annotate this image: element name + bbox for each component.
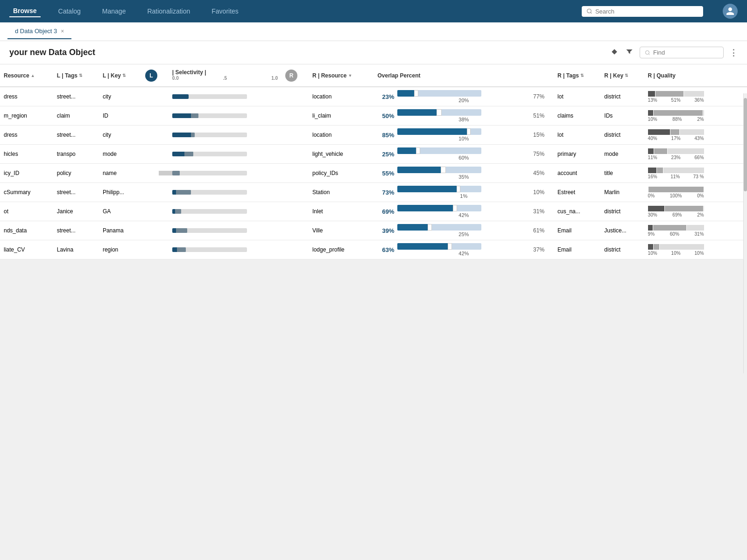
cell-l-tags: claim: [53, 106, 99, 126]
find-box[interactable]: [640, 47, 724, 58]
quality-seg-mid: [653, 225, 686, 231]
overlap-percent: 73%: [378, 189, 395, 196]
cell-l-btn: [141, 202, 169, 221]
cell-l-tags: transpo: [53, 145, 99, 164]
cell-r-btn: [282, 106, 309, 126]
quality-seg-dark: [648, 168, 657, 173]
l-circle-button[interactable]: L: [145, 70, 157, 82]
nav-search-box[interactable]: [582, 6, 703, 17]
col-l-resource[interactable]: Resource ▲: [0, 64, 53, 87]
quality-seg-light: [703, 110, 704, 116]
table-row: cSummarystreet...Philipp... Station 73% …: [0, 183, 747, 202]
col-l-tags[interactable]: L | Tags ⇅: [53, 64, 99, 87]
avatar[interactable]: [723, 4, 738, 19]
cell-r-tags: lot: [554, 126, 600, 145]
cell-r-btn: [282, 240, 309, 259]
cell-r-tags: primary: [554, 145, 600, 164]
cell-selectivity: [169, 221, 282, 240]
sort-icon[interactable]: [610, 47, 619, 58]
quality-seg-mid: [654, 110, 702, 116]
tab-data-object[interactable]: d Data Object 3 ×: [7, 24, 71, 39]
nav-rationalization[interactable]: Rationalization: [143, 6, 194, 17]
table-row: otJaniceGA Inlet 69% 42% 31% cus_na...di…: [0, 202, 747, 221]
col-r-key[interactable]: R | Key ⇅: [600, 64, 644, 87]
cell-overlap: 69% 42% 31%: [374, 202, 554, 221]
overlap-sub-value: 35%: [397, 174, 531, 180]
cell-r-key: IDs: [600, 106, 644, 126]
cell-r-resource: Ville: [309, 221, 374, 240]
search-input[interactable]: [595, 8, 698, 15]
cell-r-resource: Inlet: [309, 202, 374, 221]
quality-bar: [648, 244, 704, 250]
cell-l-resource: ot: [0, 202, 53, 221]
quality-seg-mid: [655, 91, 684, 97]
cell-l-tags: policy: [53, 164, 99, 183]
cell-r-quality: 9% 60% 31%: [644, 221, 747, 240]
page-header: your new Data Object ⋮: [0, 41, 747, 64]
filter-icon[interactable]: [625, 47, 634, 58]
cell-l-key: city: [99, 126, 141, 145]
nav-favorites[interactable]: Favorites: [208, 6, 242, 17]
col-r-tags[interactable]: R | Tags ⇅: [554, 64, 600, 87]
cell-l-key: region: [99, 240, 141, 259]
cell-r-quality: 40% 17% 43%: [644, 126, 747, 145]
quality-label-dark: 30%: [648, 212, 657, 217]
overlap-bar: 20%: [397, 90, 531, 103]
quality-label-mid: 88%: [672, 117, 682, 122]
table-row: hiclestranspomode light_vehicle 25% 60% …: [0, 145, 747, 164]
cell-l-resource: cSummary: [0, 183, 53, 202]
find-input[interactable]: [653, 49, 719, 56]
quality-label-mid: 10%: [671, 251, 681, 256]
overlap-right-percent: 75%: [533, 151, 550, 157]
quality-bar: [648, 168, 704, 173]
svg-point-0: [587, 9, 592, 13]
col-l-key[interactable]: L | Key ⇅: [99, 64, 141, 87]
nav-catalog[interactable]: Catalog: [55, 6, 85, 17]
cell-selectivity: [169, 183, 282, 202]
r-circle-button[interactable]: R: [285, 70, 297, 82]
overlap-sub-value: 60%: [397, 155, 531, 161]
quality-label-mid: 60%: [670, 231, 679, 237]
quality-seg-light: [704, 206, 704, 211]
table-row: dressstreet...city location 23% 20% 77% …: [0, 87, 747, 106]
overlap-right-percent: 31%: [533, 208, 550, 215]
scrollbar-track[interactable]: [743, 93, 747, 259]
overlap-bar: 38%: [397, 109, 531, 122]
quality-seg-light: [684, 91, 704, 97]
cell-selectivity: [169, 145, 282, 164]
cell-r-tags: cus_na...: [554, 202, 600, 221]
cell-r-key: district: [600, 202, 644, 221]
sort-arrow-r-resource: ▼: [348, 73, 352, 78]
col-r-resource[interactable]: R | Resource ▼: [309, 64, 374, 87]
header-actions: ⋮: [610, 47, 738, 58]
quality-label-dark: 10%: [648, 251, 657, 256]
quality-labels: 30% 69% 2%: [648, 212, 704, 217]
quality-seg-dark: [648, 148, 654, 154]
cell-r-quality: 0% 100% 0%: [644, 183, 747, 202]
col-overlap: Overlap Percent: [374, 64, 554, 87]
quality-label-light: 2%: [697, 117, 704, 122]
cell-l-key: city: [99, 87, 141, 106]
quality-labels: 40% 17% 43%: [648, 136, 704, 141]
col-r-btn: R: [282, 64, 309, 87]
quality-label-light: 2%: [697, 212, 704, 217]
nav-browse[interactable]: Browse: [9, 5, 41, 17]
nav-manage[interactable]: Manage: [99, 6, 130, 17]
cell-r-btn: [282, 164, 309, 183]
overlap-sub-value: 10%: [397, 136, 531, 141]
quality-label-mid: 69%: [672, 212, 682, 217]
quality-seg-light: [687, 225, 704, 231]
overlap-bar: 35%: [397, 167, 531, 180]
quality-label-dark: 9%: [648, 231, 655, 237]
overlap-sub-value: 42%: [397, 212, 531, 218]
quality-bar: [648, 91, 704, 97]
svg-line-3: [648, 54, 649, 55]
cell-r-resource: lodge_profile: [309, 240, 374, 259]
scrollbar-thumb[interactable]: [744, 98, 747, 191]
more-options-icon[interactable]: ⋮: [729, 48, 738, 58]
cell-l-resource: icy_ID: [0, 164, 53, 183]
cell-r-btn: [282, 202, 309, 221]
page-title: your new Data Object: [9, 48, 95, 57]
selectivity-scale: 0.0 .5 1.0: [172, 76, 278, 81]
tab-close-button[interactable]: ×: [61, 28, 64, 35]
